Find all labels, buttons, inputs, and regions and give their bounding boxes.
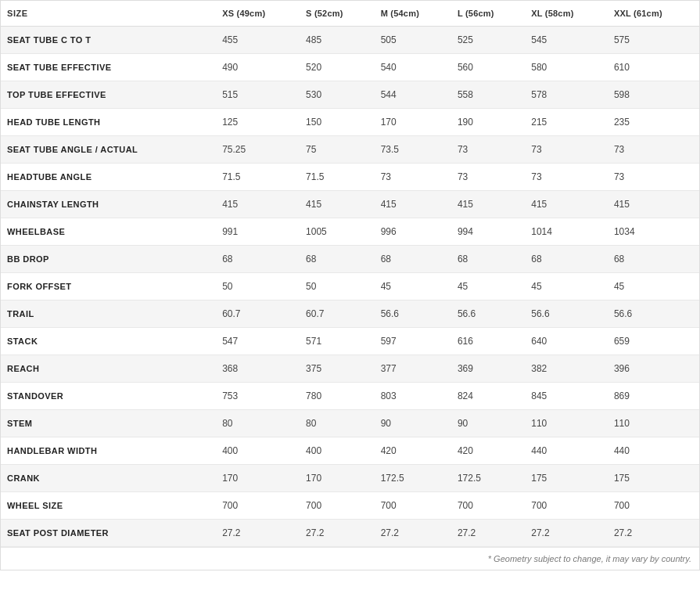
cell-value: 71.5: [216, 164, 300, 191]
row-label: HEADTUBE ANGLE: [1, 164, 216, 191]
cell-value: 415: [451, 191, 525, 218]
cell-value: 415: [375, 191, 451, 218]
row-label: HANDLEBAR WIDTH: [1, 437, 216, 465]
table-row: WHEELBASE991100599699410141034: [1, 218, 699, 246]
cell-value: 73: [525, 136, 608, 164]
cell-value: 45: [608, 273, 699, 300]
cell-value: 382: [525, 355, 608, 383]
size-header-s--52cm-: S (52cm): [300, 1, 375, 27]
cell-value: 175: [608, 465, 699, 492]
table-row: WHEEL SIZE700700700700700700: [1, 492, 699, 520]
cell-value: 170: [375, 109, 451, 136]
cell-value: 45: [375, 273, 451, 300]
cell-value: 73: [451, 164, 525, 191]
cell-value: 27.2: [375, 520, 451, 547]
cell-value: 525: [451, 27, 525, 54]
size-header-xxl--61cm-: XXL (61cm): [608, 1, 699, 27]
row-label: STEM: [1, 410, 216, 437]
table-row: SEAT TUBE ANGLE / ACTUAL75.257573.573737…: [1, 136, 699, 164]
row-label: SEAT TUBE C TO T: [1, 27, 216, 54]
table-row: CRANK170170172.5172.5175175: [1, 465, 699, 492]
cell-value: 375: [300, 355, 375, 383]
cell-value: 27.2: [608, 520, 699, 547]
cell-value: 544: [375, 81, 451, 109]
cell-value: 172.5: [451, 465, 525, 492]
cell-value: 560: [451, 54, 525, 81]
cell-value: 490: [216, 54, 300, 81]
cell-value: 27.2: [300, 520, 375, 547]
row-label: BB DROP: [1, 246, 216, 273]
geometry-table: SIZEXS (49cm)S (52cm)M (54cm)L (56cm)XL …: [1, 1, 699, 547]
row-label: REACH: [1, 355, 216, 383]
cell-value: 50: [216, 273, 300, 300]
cell-value: 110: [525, 410, 608, 437]
cell-value: 996: [375, 218, 451, 246]
table-row: BB DROP686868686868: [1, 246, 699, 273]
cell-value: 73: [608, 136, 699, 164]
table-body: SEAT TUBE C TO T455485505525545575SEAT T…: [1, 27, 699, 547]
cell-value: 803: [375, 383, 451, 410]
row-label: FORK OFFSET: [1, 273, 216, 300]
cell-value: 610: [608, 54, 699, 81]
cell-value: 991: [216, 218, 300, 246]
size-header-l--56cm-: L (56cm): [451, 1, 525, 27]
cell-value: 150: [300, 109, 375, 136]
row-label: SEAT TUBE EFFECTIVE: [1, 54, 216, 81]
cell-value: 71.5: [300, 164, 375, 191]
cell-value: 369: [451, 355, 525, 383]
cell-value: 700: [608, 492, 699, 520]
cell-value: 575: [608, 27, 699, 54]
cell-value: 75: [300, 136, 375, 164]
cell-value: 125: [216, 109, 300, 136]
cell-value: 440: [525, 437, 608, 465]
cell-value: 27.2: [216, 520, 300, 547]
cell-value: 420: [375, 437, 451, 465]
cell-value: 60.7: [216, 300, 300, 328]
table-row: HEAD TUBE LENGTH125150170190215235: [1, 109, 699, 136]
cell-value: 68: [608, 246, 699, 273]
cell-value: 869: [608, 383, 699, 410]
cell-value: 90: [451, 410, 525, 437]
cell-value: 455: [216, 27, 300, 54]
cell-value: 396: [608, 355, 699, 383]
table-row: SEAT TUBE EFFECTIVE490520540560580610: [1, 54, 699, 81]
size-header-xs--49cm-: XS (49cm): [216, 1, 300, 27]
cell-value: 90: [375, 410, 451, 437]
cell-value: 80: [216, 410, 300, 437]
cell-value: 700: [375, 492, 451, 520]
cell-value: 68: [216, 246, 300, 273]
cell-value: 80: [300, 410, 375, 437]
cell-value: 50: [300, 273, 375, 300]
cell-value: 75.25: [216, 136, 300, 164]
cell-value: 110: [608, 410, 699, 437]
cell-value: 377: [375, 355, 451, 383]
cell-value: 73: [525, 164, 608, 191]
cell-value: 68: [451, 246, 525, 273]
cell-value: 616: [451, 328, 525, 355]
row-label: STANDOVER: [1, 383, 216, 410]
cell-value: 700: [451, 492, 525, 520]
cell-value: 520: [300, 54, 375, 81]
row-label: SEAT POST DIAMETER: [1, 520, 216, 547]
cell-value: 515: [216, 81, 300, 109]
cell-value: 73: [608, 164, 699, 191]
cell-value: 420: [451, 437, 525, 465]
table-row: STEM80809090110110: [1, 410, 699, 437]
cell-value: 215: [525, 109, 608, 136]
geometry-table-container: SIZEXS (49cm)S (52cm)M (54cm)L (56cm)XL …: [0, 0, 700, 570]
cell-value: 415: [525, 191, 608, 218]
cell-value: 700: [216, 492, 300, 520]
cell-value: 172.5: [375, 465, 451, 492]
size-column-header: SIZE: [1, 1, 216, 27]
table-row: SEAT TUBE C TO T455485505525545575: [1, 27, 699, 54]
cell-value: 400: [216, 437, 300, 465]
cell-value: 540: [375, 54, 451, 81]
cell-value: 56.6: [608, 300, 699, 328]
cell-value: 415: [216, 191, 300, 218]
cell-value: 597: [375, 328, 451, 355]
cell-value: 235: [608, 109, 699, 136]
cell-value: 415: [300, 191, 375, 218]
table-row: TOP TUBE EFFECTIVE515530544558578598: [1, 81, 699, 109]
cell-value: 56.6: [451, 300, 525, 328]
cell-value: 580: [525, 54, 608, 81]
